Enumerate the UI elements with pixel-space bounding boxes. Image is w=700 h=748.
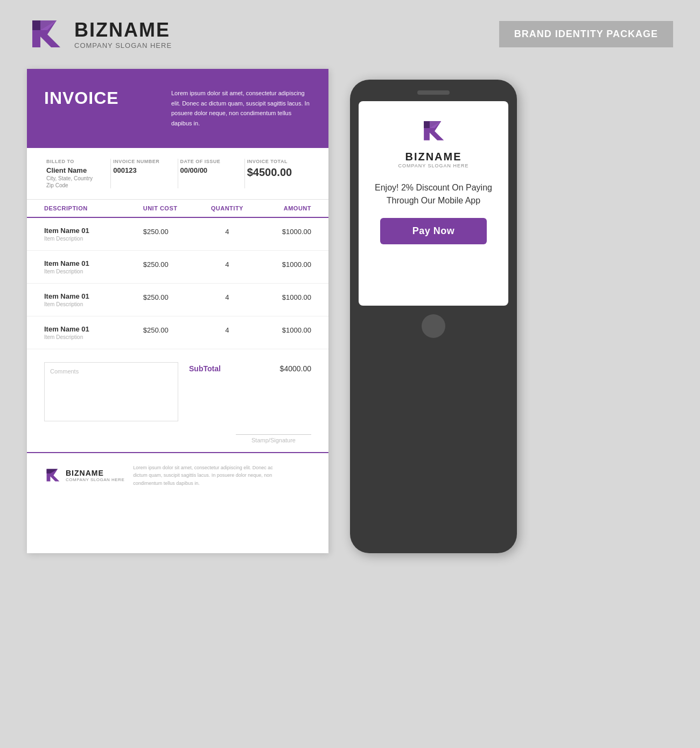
- table-row: Item Name 01 Item Description $250.00 4 …: [27, 218, 328, 251]
- stamp-signature: Stamp/Signature: [236, 434, 311, 443]
- brand-identity-label: BRAND IDENTITY PACKAGE: [514, 29, 658, 39]
- phone-slogan: COMPANY SLOGAN HERE: [398, 163, 468, 168]
- footer-logo: BIZNAME COMPANY SLOGAN HERE: [44, 467, 124, 484]
- invoice-header: INVOICE Lorem ipsum dolor sit amet, cons…: [27, 69, 328, 148]
- r-logo-icon: [27, 15, 65, 53]
- col-amount-header: AMOUNT: [252, 205, 311, 211]
- svg-marker-2: [40, 20, 57, 30]
- brand-slogan: COMPANY SLOGAN HERE: [74, 41, 172, 50]
- footer-brand-text: BIZNAME COMPANY SLOGAN HERE: [66, 469, 124, 482]
- item-qty-1: 4: [202, 259, 252, 269]
- footer-slogan: COMPANY SLOGAN HERE: [66, 477, 124, 482]
- invoice-number-col: INVOICE NUMBER 000123: [111, 159, 178, 188]
- table-row: Item Name 01 Item Description $250.00 4 …: [27, 284, 328, 316]
- phone-screen: BIZNAME COMPANY SLOGAN HERE Enjoy! 2% Di…: [359, 101, 508, 306]
- invoice-number-label: INVOICE NUMBER: [113, 159, 169, 164]
- item-amount-0: $1000.00: [252, 227, 311, 236]
- billed-to-label: BILLED TO: [46, 159, 102, 164]
- date-col: DATE OF ISSUE 00/00/00: [178, 159, 245, 188]
- table-header: DESCRIPTION UNIT COST QUANTITY AMOUNT: [27, 200, 328, 218]
- footer-brand-name: BIZNAME: [66, 469, 124, 477]
- item-amount-1: $1000.00: [252, 259, 311, 269]
- phone-home-button[interactable]: [422, 314, 445, 338]
- brand-name: BIZNAME: [74, 19, 172, 41]
- brand-identity-box: BRAND IDENTITY PACKAGE: [499, 21, 673, 47]
- item-qty-0: 4: [202, 227, 252, 236]
- total-label: INVOICE TOTAL: [247, 159, 303, 164]
- phone-r-logo-icon: [420, 117, 447, 144]
- comments-box[interactable]: Comments: [44, 362, 178, 421]
- item-desc-2: Item Description: [44, 301, 143, 307]
- date-value: 00/00/00: [180, 166, 236, 174]
- billed-to-col: BILLED TO Client Name City, State, Count…: [44, 159, 111, 188]
- col-description-header: DESCRIPTION: [44, 205, 143, 211]
- page-header: BIZNAME COMPANY SLOGAN HERE BRAND IDENTI…: [0, 0, 700, 63]
- comments-label: Comments: [50, 368, 172, 375]
- invoice-footer: BIZNAME COMPANY SLOGAN HERE Lorem ipsum …: [27, 452, 328, 498]
- subtotal-row: SubTotal $4000.00: [189, 364, 311, 373]
- footer-lorem: Lorem ipsum dolor sit amet, consectetur …: [133, 464, 273, 487]
- item-desc-0: Item Description: [44, 236, 143, 242]
- item-qty-2: 4: [202, 292, 252, 301]
- stamp-line: Stamp/Signature: [27, 434, 328, 452]
- phone-brand-name: BIZNAME: [405, 151, 461, 163]
- col-unit-header: UNIT COST: [143, 205, 202, 211]
- phone-speaker: [417, 90, 450, 95]
- item-amount-3: $1000.00: [252, 325, 311, 334]
- row-desc-3: Item Name 01 Item Description: [44, 325, 143, 340]
- invoice-items-list: Item Name 01 Item Description $250.00 4 …: [27, 218, 328, 349]
- item-name-2: Item Name 01: [44, 292, 143, 300]
- date-label: DATE OF ISSUE: [180, 159, 236, 164]
- invoice-title: INVOICE: [44, 88, 119, 108]
- row-desc-1: Item Name 01 Item Description: [44, 259, 143, 274]
- col-quantity-header: QUANTITY: [202, 205, 252, 211]
- row-desc-0: Item Name 01 Item Description: [44, 227, 143, 242]
- client-name: Client Name: [46, 166, 102, 174]
- item-unit-0: $250.00: [143, 227, 202, 236]
- phone-mockup: BIZNAME COMPANY SLOGAN HERE Enjoy! 2% Di…: [350, 80, 517, 553]
- total-col: INVOICE TOTAL $4500.00: [245, 159, 311, 188]
- invoice-number: 000123: [113, 166, 169, 174]
- svg-marker-7: [430, 121, 441, 128]
- item-desc-3: Item Description: [44, 334, 143, 340]
- phone-discount-text: Enjoy! 2% Discount On Paying Through Our…: [369, 181, 498, 207]
- subtotal-section: SubTotal $4000.00: [189, 362, 311, 377]
- row-desc-2: Item Name 01 Item Description: [44, 292, 143, 307]
- client-zip: Zip Code: [46, 182, 102, 188]
- item-unit-3: $250.00: [143, 325, 202, 334]
- table-row: Item Name 01 Item Description $250.00 4 …: [27, 316, 328, 349]
- total-value: $4500.00: [247, 166, 303, 179]
- invoice-meta-row: BILLED TO Client Name City, State, Count…: [27, 148, 328, 200]
- item-qty-3: 4: [202, 325, 252, 334]
- item-unit-2: $250.00: [143, 292, 202, 301]
- pay-now-button[interactable]: Pay Now: [380, 218, 487, 244]
- client-address: City, State, Country: [46, 175, 102, 181]
- item-name-3: Item Name 01: [44, 325, 143, 333]
- subtotal-value: $4000.00: [280, 364, 311, 373]
- bottom-section: Comments SubTotal $4000.00: [27, 349, 328, 434]
- invoice-document: INVOICE Lorem ipsum dolor sit amet, cons…: [27, 69, 328, 553]
- brand-text: BIZNAME COMPANY SLOGAN HERE: [74, 19, 172, 50]
- item-unit-1: $250.00: [143, 259, 202, 269]
- item-amount-2: $1000.00: [252, 292, 311, 301]
- item-desc-1: Item Description: [44, 269, 143, 274]
- footer-r-logo-icon: [44, 467, 61, 484]
- invoice-lorem-text: Lorem ipsum dolor sit amet, consectetur …: [171, 88, 311, 129]
- subtotal-label: SubTotal: [189, 364, 221, 373]
- logo-area: BIZNAME COMPANY SLOGAN HERE: [27, 15, 172, 53]
- table-row: Item Name 01 Item Description $250.00 4 …: [27, 251, 328, 284]
- item-name-0: Item Name 01: [44, 227, 143, 235]
- item-name-1: Item Name 01: [44, 259, 143, 267]
- main-content: INVOICE Lorem ipsum dolor sit amet, cons…: [0, 63, 700, 559]
